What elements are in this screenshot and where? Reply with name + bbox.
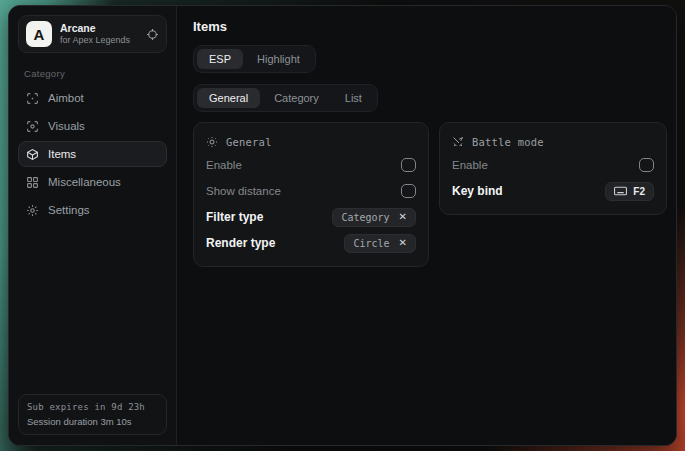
filter-type-select[interactable]: Category ✕ (332, 208, 416, 227)
main-content: Items ESP Highlight General Category Lis… (177, 6, 677, 445)
sidebar-item-settings[interactable]: Settings (18, 197, 167, 223)
enable-checkbox[interactable] (401, 158, 416, 172)
setting-label: Filter type (206, 210, 263, 224)
brand-name: Arcane (60, 22, 138, 34)
sidebar-item-label: Settings (48, 204, 90, 216)
sidebar: A Arcane for Apex Legends Category (9, 6, 177, 445)
brand-subtitle: for Apex Legends (60, 35, 138, 45)
sidebar-item-miscellaneous[interactable]: Miscellaneous (18, 169, 167, 195)
mode-tabs: ESP Highlight (193, 45, 316, 73)
sidebar-item-aimbot[interactable]: Aimbot (18, 85, 167, 111)
setting-row-filter-type: Filter type Category ✕ (206, 204, 416, 230)
setting-row-key-bind: Key bind F2 (452, 178, 654, 204)
sidebar-item-visuals[interactable]: Visuals (18, 113, 167, 139)
scan-eye-icon (26, 120, 39, 133)
tab-highlight[interactable]: Highlight (245, 49, 312, 69)
subscription-info-card: Sub expires in 9d 23h Session duration 3… (18, 394, 167, 435)
sidebar-item-label: Aimbot (48, 92, 84, 104)
brand-text: Arcane for Apex Legends (60, 22, 138, 45)
battle-mode-panel: Battle mode Enable Key bind (439, 122, 667, 215)
panel-title: General (226, 136, 272, 148)
brand-logo: A (26, 21, 52, 47)
sidebar-item-label: Items (48, 148, 76, 160)
tab-list[interactable]: List (333, 88, 374, 108)
setting-label: Render type (206, 236, 275, 250)
setting-row-render-type: Render type Circle ✕ (206, 230, 416, 256)
sub-expiry-text: Sub expires in 9d 23h (27, 402, 158, 412)
general-panel: General Enable Show distance Filter type… (193, 122, 429, 267)
sidebar-section-label: Category (24, 68, 167, 79)
panel-title: Battle mode (472, 136, 544, 148)
sidebar-item-items[interactable]: Items (18, 141, 167, 167)
setting-row-enable: Enable (452, 152, 654, 178)
sun-icon (206, 136, 218, 148)
render-type-select[interactable]: Circle ✕ (344, 234, 416, 253)
tab-category[interactable]: Category (262, 88, 331, 108)
battle-enable-checkbox[interactable] (639, 158, 654, 172)
brand-card: A Arcane for Apex Legends (18, 15, 167, 53)
crosshair-icon (26, 92, 39, 105)
sidebar-item-label: Visuals (48, 120, 85, 132)
key-bind-button[interactable]: F2 (605, 182, 654, 201)
package-icon (26, 148, 39, 161)
gear-icon (26, 204, 39, 217)
setting-label: Key bind (452, 184, 503, 198)
sidebar-nav: Aimbot Visuals Items (18, 85, 167, 223)
tab-esp[interactable]: ESP (197, 49, 243, 69)
keyboard-icon (614, 186, 627, 196)
grid-icon (26, 176, 39, 189)
selected-value: Category (341, 212, 389, 223)
show-distance-checkbox[interactable] (401, 184, 416, 198)
session-duration-text: Session duration 3m 10s (27, 416, 158, 427)
setting-label: Enable (452, 159, 488, 171)
tab-general[interactable]: General (197, 88, 260, 108)
setting-label: Show distance (206, 185, 281, 197)
selected-value: Circle (353, 238, 389, 249)
app-window: A Arcane for Apex Legends Category (8, 5, 677, 446)
clear-icon[interactable]: ✕ (399, 212, 407, 222)
sidebar-item-label: Miscellaneous (48, 176, 121, 188)
setting-row-enable: Enable (206, 152, 416, 178)
swords-icon (452, 136, 464, 148)
setting-label: Enable (206, 159, 242, 171)
clear-icon[interactable]: ✕ (399, 238, 407, 248)
key-bind-value: F2 (633, 186, 645, 197)
crosshair-icon[interactable] (146, 28, 159, 41)
sub-tabs: General Category List (193, 84, 378, 112)
page-title: Items (193, 19, 667, 34)
setting-row-show-distance: Show distance (206, 178, 416, 204)
